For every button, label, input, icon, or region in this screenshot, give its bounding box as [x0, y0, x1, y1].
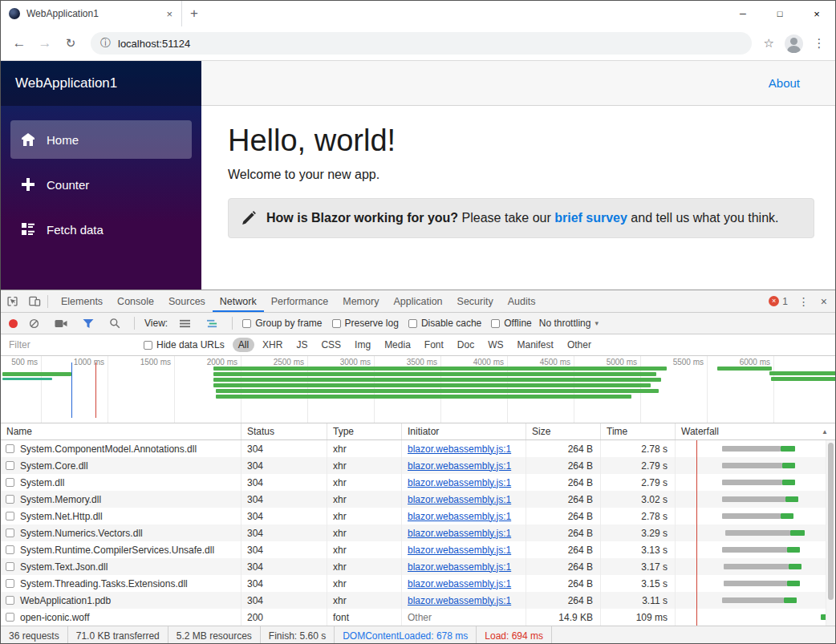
initiator-link[interactable]: blazor.webassembly.js:1 [408, 460, 511, 472]
column-header-status[interactable]: Status [241, 423, 327, 439]
column-header-type[interactable]: Type [327, 423, 402, 439]
checkbox-group-by-frame[interactable]: Group by frame [242, 318, 322, 329]
bookmark-star-icon[interactable]: ☆ [764, 36, 774, 51]
network-request-row[interactable]: System.Threading.Tasks.Extensions.dll304… [1, 575, 835, 592]
timeline-label: 2000 ms [207, 358, 241, 367]
filter-pill-xhr[interactable]: XHR [257, 338, 288, 352]
checkbox-hide-data-urls[interactable]: Hide data URLs [144, 339, 225, 350]
request-time: 3.02 s [601, 491, 676, 508]
url-bar[interactable]: ⓘ localhost:51124 [91, 32, 752, 55]
column-header-waterfall[interactable]: Waterfall▲ [676, 423, 835, 439]
window-controls: ─ □ × [724, 1, 835, 26]
column-header-size[interactable]: Size [526, 423, 601, 439]
scrollbar[interactable] [826, 440, 835, 626]
checkbox-offline[interactable]: Offline [491, 318, 531, 329]
back-button[interactable]: ← [7, 35, 31, 51]
filter-pill-all[interactable]: All [233, 338, 254, 352]
network-filter-input[interactable] [9, 339, 136, 350]
new-tab-button[interactable]: + [182, 1, 206, 26]
search-icon[interactable] [105, 318, 124, 329]
column-header-time[interactable]: Time [601, 423, 676, 439]
network-overview-timeline[interactable]: 500 ms1000 ms1500 ms2000 ms2500 ms3000 m… [1, 356, 835, 423]
view-overview-icon[interactable] [202, 318, 222, 329]
filter-pill-font[interactable]: Font [419, 338, 449, 352]
network-request-row[interactable]: System.Memory.dll304xhrblazor.webassembl… [1, 491, 835, 508]
network-request-row[interactable]: System.Runtime.CompilerServices.Unsafe.d… [1, 541, 835, 558]
browser-menu-icon[interactable]: ⋮ [810, 36, 829, 51]
survey-link[interactable]: brief survey [554, 211, 627, 225]
network-request-row[interactable]: System.dll304xhrblazor.webassembly.js:12… [1, 474, 835, 491]
network-table-header: NameStatusTypeInitiatorSizeTimeWaterfall… [1, 423, 835, 440]
devtools-tab-sources[interactable]: Sources [161, 290, 213, 312]
initiator-link[interactable]: blazor.webassembly.js:1 [408, 477, 511, 488]
initiator-link[interactable]: blazor.webassembly.js:1 [408, 528, 511, 539]
initiator-link[interactable]: blazor.webassembly.js:1 [408, 511, 511, 522]
initiator-link[interactable]: blazor.webassembly.js:1 [408, 494, 511, 505]
waterfall-download-bar [781, 513, 793, 519]
filter-funnel-icon[interactable] [79, 318, 98, 329]
filter-pill-doc[interactable]: Doc [452, 338, 480, 352]
profile-avatar[interactable] [785, 34, 803, 53]
network-request-row[interactable]: System.ComponentModel.Annotations.dll304… [1, 440, 835, 457]
initiator-link[interactable]: blazor.webassembly.js:1 [408, 561, 511, 573]
column-header-initiator[interactable]: Initiator [402, 423, 526, 439]
maximize-button[interactable]: □ [761, 1, 798, 26]
page-info-icon[interactable]: ⓘ [100, 36, 111, 51]
minimize-button[interactable]: ─ [724, 1, 761, 26]
window-close-button[interactable]: × [798, 1, 835, 26]
tab-close-icon[interactable]: × [164, 8, 175, 20]
sidebar-item-fetch-data[interactable]: Fetch data [10, 210, 192, 249]
network-request-row[interactable]: System.Net.Http.dll304xhrblazor.webassem… [1, 508, 835, 525]
error-count-badge[interactable]: ×1 [765, 296, 792, 307]
network-request-row[interactable]: System.Core.dll304xhrblazor.webassembly.… [1, 457, 835, 474]
checkbox-disable-cache[interactable]: Disable cache [408, 318, 481, 329]
device-toolbar-icon[interactable] [24, 295, 45, 307]
overview-request-bar [213, 367, 667, 371]
filter-pill-ws[interactable]: WS [482, 338, 509, 352]
screenshot-camera-icon[interactable] [51, 318, 71, 329]
devtools-tab-performance[interactable]: Performance [264, 290, 336, 312]
record-button[interactable] [9, 319, 18, 328]
initiator-link[interactable]: blazor.webassembly.js:1 [408, 578, 511, 589]
devtools-tab-application[interactable]: Application [386, 290, 449, 312]
throttling-dropdown[interactable]: No throttling▾ [539, 318, 599, 329]
initiator-link[interactable]: blazor.webassembly.js:1 [408, 595, 511, 606]
reload-button[interactable]: ↻ [59, 36, 83, 51]
filter-pill-js[interactable]: JS [290, 338, 313, 352]
initiator-link[interactable]: blazor.webassembly.js:1 [408, 444, 511, 455]
checkbox-box[interactable] [491, 319, 500, 328]
devtools-close-icon[interactable]: × [816, 295, 832, 308]
network-request-row[interactable]: System.Numerics.Vectors.dll304xhrblazor.… [1, 525, 835, 541]
checkbox-preserve-log[interactable]: Preserve log [332, 318, 399, 329]
sidebar-item-counter[interactable]: Counter [10, 165, 192, 204]
clear-icon[interactable] [25, 318, 43, 329]
devtools-menu-icon[interactable]: ⋮ [793, 295, 814, 308]
devtools-tab-elements[interactable]: Elements [54, 290, 110, 312]
inspect-element-icon[interactable] [1, 295, 24, 307]
filter-pill-css[interactable]: CSS [315, 338, 347, 352]
devtools-tab-console[interactable]: Console [110, 290, 161, 312]
network-request-row[interactable]: open-iconic.woff200fontOther14.9 KB109 m… [1, 609, 835, 626]
checkbox-box[interactable] [144, 341, 152, 350]
browser-tab[interactable]: WebApplication1 × [1, 1, 182, 26]
forward-button[interactable]: → [33, 35, 57, 51]
network-request-row[interactable]: WebApplication1.pdb304xhrblazor.webassem… [1, 592, 835, 609]
checkbox-box[interactable] [242, 319, 251, 328]
devtools-tab-audits[interactable]: Audits [501, 290, 543, 312]
column-header-name[interactable]: Name [1, 423, 241, 439]
filter-pill-other[interactable]: Other [562, 338, 597, 352]
devtools-tab-security[interactable]: Security [450, 290, 501, 312]
network-request-row[interactable]: System.Text.Json.dll304xhrblazor.webasse… [1, 558, 835, 575]
filter-pill-media[interactable]: Media [379, 338, 416, 352]
sidebar-item-home[interactable]: Home [10, 120, 192, 159]
view-list-icon[interactable] [175, 318, 195, 329]
about-link[interactable]: About [769, 76, 800, 90]
checkbox-box[interactable] [408, 319, 417, 328]
filter-pill-img[interactable]: Img [349, 338, 376, 352]
devtools-tab-network[interactable]: Network [213, 290, 264, 312]
scrollbar-thumb[interactable] [828, 443, 834, 600]
devtools-tab-memory[interactable]: Memory [335, 290, 386, 312]
initiator-link[interactable]: blazor.webassembly.js:1 [408, 545, 511, 556]
filter-pill-manifest[interactable]: Manifest [512, 338, 559, 352]
checkbox-box[interactable] [332, 319, 341, 328]
